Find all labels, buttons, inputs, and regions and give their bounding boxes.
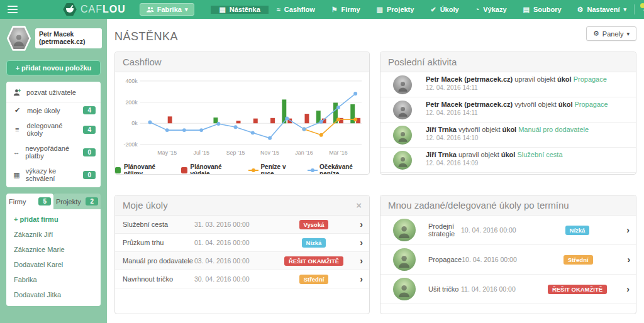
sidebar-tab[interactable]: Projekty 2 <box>53 194 101 209</box>
chevron-right-icon[interactable]: › <box>626 225 630 235</box>
chevron-down-icon: ▾ <box>185 6 188 13</box>
plus-icon: + <box>14 216 18 223</box>
close-icon[interactable]: × <box>356 200 362 210</box>
delegated-task-row[interactable]: Propagace 10. 04. 2016 00:00 Střední › <box>380 245 636 275</box>
company-link[interactable]: Fabrika <box>6 272 101 287</box>
activity-action: vytvořil objekt <box>458 126 501 133</box>
settings-label: Nastavení <box>587 6 619 13</box>
caflou-logo[interactable]: CAFLOU <box>25 3 135 16</box>
delegated-tasks-panel: Mnou zadané/delegované úkoly po termínu … <box>380 195 636 314</box>
invite-user-label: pozvat uživatele <box>26 89 76 96</box>
task-name: Navrhnout tričko <box>123 275 194 283</box>
activity-object-link[interactable]: Propagace <box>574 101 608 108</box>
task-due-date: 10. 04. 2016 00:00 <box>461 226 536 234</box>
nav-item[interactable]: ⚑ Firmy <box>323 6 369 14</box>
nav-item[interactable]: ▤ Soubory <box>515 6 570 14</box>
invite-user-item[interactable]: pozvat uživatele <box>6 83 101 102</box>
task-due-date: 11. 04. 2016 00:00 <box>461 285 536 293</box>
activity-object-link[interactable]: Manuál pro dodavatele <box>518 126 589 133</box>
workspace-selector[interactable]: Fabrika ▾ <box>140 3 195 16</box>
chevron-right-icon[interactable]: › <box>360 274 363 284</box>
nav-item-label: Nástěnka <box>230 6 260 13</box>
nav-item-label: Soubory <box>533 6 562 13</box>
avatar <box>393 101 412 119</box>
chevron-right-icon[interactable]: › <box>626 284 630 294</box>
activity-user: Jiří Trnka <box>426 126 457 133</box>
my-tasks-panel: Moje úkoly × Služební cesta 31. 03. 2016… <box>114 195 370 314</box>
tab-label: Firmy <box>9 198 26 205</box>
delegated-task-row[interactable]: Prodejní strategie 10. 04. 2016 00:00 Ní… <box>380 216 636 245</box>
activity-object-link[interactable]: Propagace <box>574 75 607 83</box>
sidebar-tabs: Firmy 5 Projekty 2 <box>6 194 101 209</box>
activity-item: Petr Macek (petrmacek.cz)upravil objektú… <box>380 72 636 97</box>
delegated-tasks-list: Prodejní strategie 10. 04. 2016 00:00 Ní… <box>380 216 636 304</box>
priority-badge: Střední <box>564 255 593 265</box>
avatar <box>393 219 416 241</box>
company-link[interactable]: Zákaznice Marie <box>6 242 101 257</box>
nav-item[interactable]: ≈ Cashflow <box>269 6 323 14</box>
legend-label: Očekávané peníze <box>319 163 369 175</box>
panels-button[interactable]: ⚙ Panely ▾ <box>586 26 636 41</box>
company-link[interactable]: Dodavatel Karel <box>6 257 101 272</box>
chevron-right-icon[interactable]: › <box>360 256 363 266</box>
nav-item[interactable]: ✔ Úkoly <box>422 6 467 14</box>
sidebar-menu-item[interactable]: ✔ moje úkoly 4 <box>6 102 101 118</box>
activity-item: Jiří Trnkaupravil objektúkolSlužební ces… <box>380 148 636 173</box>
chevron-right-icon[interactable]: › <box>360 238 363 248</box>
nav-item[interactable]: ▦ Nástěnka <box>211 6 268 14</box>
sidebar-menu-panel: pozvat uživatele ✔ moje úkoly 4 ≡ delego… <box>6 82 101 187</box>
sidebar-menu-label: delegované úkoly <box>26 122 78 137</box>
nav-item-label: Firmy <box>341 6 360 13</box>
count-badge: 0 <box>83 148 96 156</box>
notifications-button[interactable]: Notifikace <box>635 0 644 19</box>
legend-line-swatch <box>248 168 258 173</box>
sidebar-menu-item[interactable]: ≡ delegované úkoly 4 <box>6 118 101 141</box>
add-company-link[interactable]: + přidat firmu <box>6 212 101 227</box>
projects-icon: ▥ <box>377 6 383 14</box>
hamburger-menu-icon[interactable] <box>0 6 25 13</box>
count-badge: 2 <box>86 197 98 205</box>
companies-icon: ⚑ <box>331 6 338 14</box>
activity-action: upravil objekt <box>458 151 499 158</box>
gear-icon: ⚙ <box>593 30 599 38</box>
task-row[interactable]: Služební cesta 31. 03. 2016 00:00 Vysoká… <box>115 216 369 234</box>
sidebar-menu-item[interactable]: ▦ výkazy ke schválení 0 <box>6 163 101 186</box>
cashflow-chart: 400k200k0k-200kMay '15Jul '15Sep '15Nov … <box>115 72 369 162</box>
dashboard-icon: ▦ <box>219 6 225 14</box>
delegated-task-row[interactable]: Ušit tričko 11. 04. 2016 00:00 ŘEŠIT OKA… <box>380 275 636 304</box>
chevron-right-icon[interactable]: › <box>628 255 631 265</box>
activity-object-link[interactable]: Služební cesta <box>517 151 562 158</box>
company-link[interactable]: Zákazník Jiří <box>6 227 101 242</box>
legend-item[interactable]: Plánované příjmy <box>115 163 171 175</box>
add-new-item-button[interactable]: + přidat novou položku <box>6 60 101 75</box>
nav-item[interactable]: ▥ Projekty <box>369 6 423 14</box>
nav-item[interactable]: ◔ Výkazy <box>467 6 515 14</box>
user-name: Petr Macek (petrmacek.cz) <box>35 28 102 48</box>
chart-legend: Plánované příjmyPlánované výdajePeníze v… <box>115 162 369 175</box>
svg-text:200k: 200k <box>125 99 138 106</box>
activity-timestamp: 12. 04. 2016 14:11 <box>426 84 609 91</box>
tasks-icon: ✔ <box>430 6 436 14</box>
task-row[interactable]: Průzkum trhu 01. 04. 2016 00:00 Nízká › <box>115 234 369 252</box>
svg-text:May '15: May '15 <box>157 150 177 156</box>
sidebar-tab[interactable]: Firmy 5 <box>6 194 53 209</box>
user-profile[interactable]: Petr Macek (petrmacek.cz) <box>0 19 107 57</box>
legend-item[interactable]: Plánované výdaje <box>181 163 238 175</box>
settings-menu[interactable]: ⚙ Nastavení ▾ <box>570 0 634 19</box>
main-content: NÁSTĚNKA ⚙ Panely ▾ Cashflow 400k200k0k-… <box>107 19 644 323</box>
task-due-date: 03. 04. 2016 00:00 <box>194 257 276 265</box>
task-row[interactable]: Navrhnout tričko 30. 04. 2016 00:00 Stře… <box>115 270 369 288</box>
nav-item-label: Projekty <box>387 6 414 13</box>
chevron-right-icon[interactable]: › <box>360 219 363 229</box>
legend-item[interactable]: Peníze v ruce <box>248 163 297 175</box>
files-icon: ▤ <box>523 6 530 14</box>
activity-object-type: úkol <box>558 101 573 108</box>
sidebar: Petr Macek (petrmacek.cz) + přidat novou… <box>0 19 107 323</box>
sidebar-menu-item[interactable]: ↔ nevypořádané platby 0 <box>6 141 101 163</box>
nav-item-label: Úkoly <box>440 6 459 13</box>
page-title: NÁSTĚNKA <box>114 26 178 43</box>
task-due-date: 30. 04. 2016 00:00 <box>194 275 276 283</box>
company-link[interactable]: Dodavatel Jitka <box>6 287 101 302</box>
task-row[interactable]: Manuál pro dodavatele 03. 04. 2016 00:00… <box>115 252 369 270</box>
legend-item[interactable]: Očekávané peníze <box>308 163 369 175</box>
